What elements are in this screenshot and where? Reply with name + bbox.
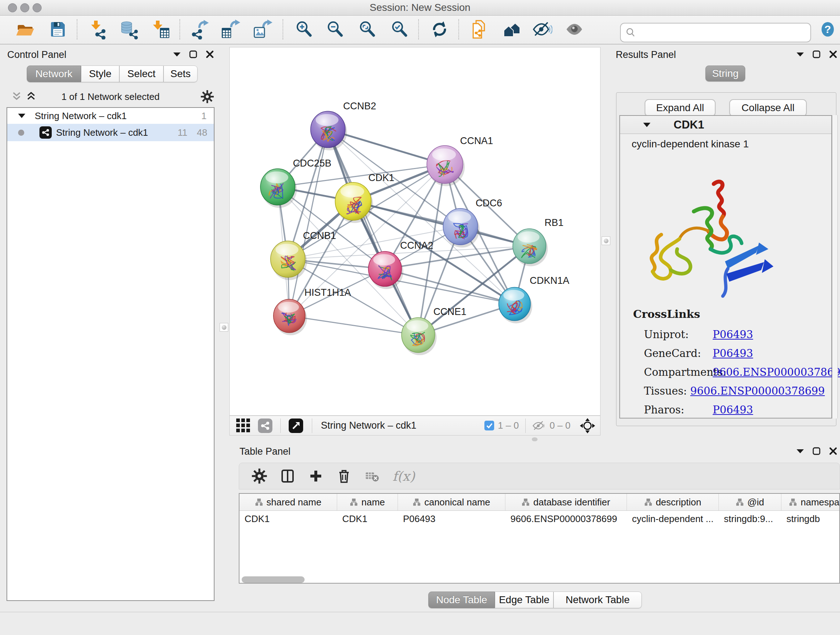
panel-maximize-icon[interactable] [189, 50, 197, 59]
birds-eye-view-button[interactable] [289, 418, 303, 433]
network-node-CDKN1A[interactable]: CDKN1A [499, 275, 569, 323]
network-collection-row[interactable]: String Network – cdk1 1 [7, 108, 214, 124]
panel-close-icon[interactable] [205, 50, 214, 59]
graphics-details-button[interactable] [531, 19, 553, 40]
network-node-CDK1[interactable]: CDK1 [335, 172, 394, 223]
network-edge-CCNB2-CCNE1[interactable] [328, 130, 418, 335]
tab-network[interactable]: Network [27, 65, 81, 82]
fit-position-button[interactable] [580, 418, 595, 433]
tab-string[interactable]: String [706, 65, 745, 81]
import-network-database-button[interactable] [118, 19, 140, 40]
table-cell[interactable]: CDK1 [240, 513, 337, 524]
network-from-selection-button[interactable] [469, 19, 491, 40]
network-graph[interactable]: CCNB2CCNA1CDC25BCDK1CDC6RB1CCNB1CCNA2CDK… [230, 48, 600, 415]
tab-node-table[interactable]: Node Table [428, 592, 495, 608]
network-node-CCNB2[interactable]: CCNB2 [311, 101, 376, 150]
zoom-selected-button[interactable] [388, 19, 410, 40]
tab-sets[interactable]: Sets [164, 65, 197, 82]
export-network-button[interactable] [188, 19, 210, 40]
network-node-CDC6[interactable]: CDC6 [443, 198, 502, 248]
column-header--id[interactable]: @id [719, 494, 782, 510]
network-node-CCNA1[interactable]: CCNA1 [427, 135, 493, 186]
table-cell[interactable]: P06493 [398, 513, 505, 524]
network-icon-button[interactable] [258, 418, 272, 433]
first-neighbors-button[interactable] [501, 19, 523, 40]
panel-close-icon[interactable] [829, 50, 837, 59]
show-columns-button[interactable] [279, 468, 295, 484]
hidden-indicator[interactable]: 0 – 0 [532, 420, 570, 432]
gear-icon [201, 90, 214, 103]
panel-maximize-icon[interactable] [812, 447, 821, 455]
save-session-button[interactable] [47, 19, 69, 40]
table-cell[interactable]: cyclin-dependent ... [627, 513, 719, 524]
results-scrollbar[interactable] [832, 115, 838, 418]
open-session-button[interactable] [14, 19, 36, 40]
network-view[interactable]: CCNB2CCNA1CDC25BCDK1CDC6RB1CCNB1CCNA2CDK… [229, 47, 600, 416]
collapse-all-button[interactable]: Collapse All [729, 99, 807, 117]
column-header-canonical-name[interactable]: canonical name [398, 494, 505, 510]
table-hscrollbar-thumb[interactable] [242, 576, 305, 583]
export-table-button[interactable] [219, 19, 241, 40]
table-cell[interactable]: 9606.ENSP00000378699 [505, 513, 627, 524]
expand-all-button[interactable]: Expand All [645, 99, 715, 117]
delete-table-button[interactable] [364, 468, 380, 484]
right-splitter-handle[interactable] [602, 236, 610, 245]
network-edge-HIST1H1A-CCNE1[interactable] [289, 316, 418, 335]
tab-network-table[interactable]: Network Table [554, 592, 642, 608]
column-header-name[interactable]: name [337, 494, 398, 510]
section-expander-icon[interactable] [643, 122, 651, 128]
column-header-shared-name[interactable]: shared name [240, 494, 337, 510]
export-table-icon [220, 19, 240, 40]
network-edge-CDK1-RB1[interactable] [353, 201, 529, 246]
network-row[interactable]: String Network – cdk1 11 48 [7, 124, 214, 141]
grid-view-button[interactable] [236, 418, 251, 433]
panel-float-icon[interactable] [796, 448, 804, 454]
toggle-visibility-button[interactable] [564, 19, 585, 40]
import-network-file-button[interactable] [87, 19, 109, 40]
zoom-in-button[interactable] [293, 19, 315, 40]
help-button[interactable]: ? [817, 19, 838, 40]
crosslink-value[interactable]: P06493 [713, 404, 753, 416]
table-cell[interactable]: stringdb:9... [719, 513, 782, 524]
tab-edge-table[interactable]: Edge Table [495, 592, 554, 608]
zoom-out-button[interactable] [324, 19, 346, 40]
crosslink-value[interactable]: P06493 [713, 347, 753, 359]
panel-close-icon[interactable] [829, 447, 837, 455]
search-field[interactable] [620, 23, 811, 42]
tab-select[interactable]: Select [119, 65, 164, 82]
network-node-RB1[interactable]: RB1 [513, 217, 563, 266]
zoom-fit-button[interactable] [356, 19, 378, 40]
gene-section-header[interactable]: CDK1 [620, 116, 831, 134]
crosslink-value[interactable]: 9606.ENSP00000378699 [690, 385, 825, 397]
table-row[interactable]: CDK1CDK1P064939606.ENSP00000378699cyclin… [240, 511, 839, 527]
panel-float-icon[interactable] [796, 52, 804, 57]
crosslink-value[interactable]: 9606.ENSP00000378699 [713, 366, 840, 378]
bottom-splitter-handle[interactable] [532, 437, 538, 441]
table-cell[interactable]: stringdb [782, 513, 840, 524]
add-column-button[interactable] [308, 468, 324, 484]
panel-float-icon[interactable] [173, 52, 181, 57]
import-table-file-button[interactable] [150, 19, 172, 40]
network-node-CCNE1[interactable]: CCNE1 [401, 306, 466, 356]
table-cell[interactable]: CDK1 [337, 513, 398, 524]
function-builder-button[interactable]: f(x) [393, 469, 415, 484]
panel-maximize-icon[interactable] [812, 50, 821, 59]
left-splitter-handle[interactable] [219, 323, 228, 332]
network-options-button[interactable] [201, 90, 214, 105]
toolbar-separator [283, 19, 283, 40]
column-header-description[interactable]: description [627, 494, 719, 510]
network-node-HIST1H1A[interactable]: HIST1H1A [273, 287, 351, 335]
selected-indicator[interactable]: 1 – 0 [485, 420, 519, 431]
column-header-database-identifier[interactable]: database identifier [505, 494, 627, 510]
column-header-namespace[interactable]: namespace [782, 494, 840, 510]
tree-expander-icon[interactable] [17, 113, 26, 119]
delete-column-button[interactable] [336, 468, 352, 484]
refresh-view-button[interactable] [429, 19, 450, 40]
crosslink-value[interactable]: P06493 [713, 328, 753, 340]
network-node-CCNB1[interactable]: CCNB1 [271, 230, 336, 280]
table-header-row: shared namenamecanonical namedatabase id… [240, 494, 839, 511]
search-input[interactable] [639, 27, 806, 39]
export-image-button[interactable] [252, 19, 273, 40]
table-options-button[interactable] [251, 468, 267, 484]
tab-style[interactable]: Style [81, 65, 119, 82]
